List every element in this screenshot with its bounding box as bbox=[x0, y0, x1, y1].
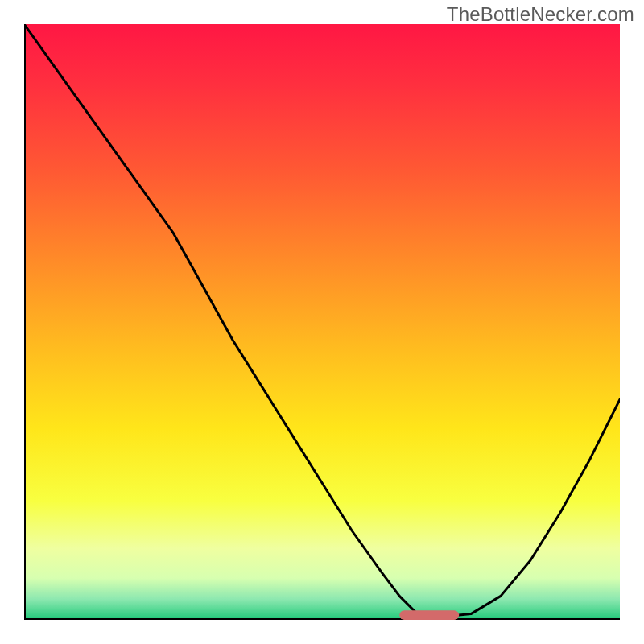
bottleneck-chart bbox=[24, 24, 620, 620]
gradient-background bbox=[24, 24, 620, 620]
watermark-text: TheBottleNecker.com bbox=[447, 3, 634, 26]
chart-container: TheBottleNecker.com bbox=[0, 0, 644, 644]
optimal-marker bbox=[399, 610, 459, 620]
